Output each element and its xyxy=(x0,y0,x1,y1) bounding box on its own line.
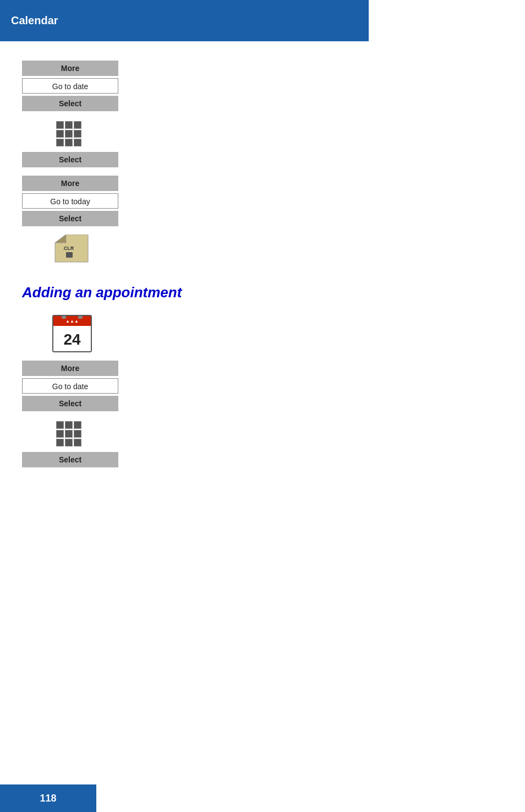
clr-icon-wrap: CLR xyxy=(50,235,105,268)
button-group-1: More Go to date Select xyxy=(22,61,503,111)
button-group-5: Select xyxy=(22,452,503,467)
keypad-cell xyxy=(65,421,73,429)
header-bar: Calendar xyxy=(0,0,369,41)
keypad-cell xyxy=(74,421,81,429)
page-number-area: 118 xyxy=(0,784,96,812)
select-button-3[interactable]: Select xyxy=(22,211,118,226)
select-button-1[interactable]: Select xyxy=(22,96,118,111)
keypad-cell xyxy=(74,121,81,129)
keypad-cell xyxy=(56,130,64,138)
calendar-ring-left xyxy=(62,315,66,319)
section-heading: Adding an appointment xyxy=(22,284,503,301)
keypad-cell xyxy=(65,139,73,146)
goto-date-button-2[interactable]: Go to date xyxy=(22,378,118,394)
goto-today-button[interactable]: Go to today xyxy=(22,193,118,209)
keypad-cell xyxy=(74,439,81,446)
keypad-cell xyxy=(56,139,64,146)
select-button-5[interactable]: Select xyxy=(22,452,118,467)
keypad-cell xyxy=(65,430,73,438)
keypad-cell xyxy=(65,130,73,138)
clr-icon: CLR xyxy=(50,235,94,265)
more-button-2[interactable]: More xyxy=(22,176,118,191)
button-group-4: More Go to date Select xyxy=(22,361,503,411)
keypad-cell xyxy=(65,121,73,129)
select-button-4[interactable]: Select xyxy=(22,396,118,411)
calendar-header: ▲▲▲ xyxy=(53,316,91,326)
svg-marker-1 xyxy=(55,235,66,243)
page-number: 118 xyxy=(40,793,56,804)
keypad-cell xyxy=(56,421,64,429)
calendar-icon-wrap: ▲▲▲ 24 xyxy=(52,315,503,352)
select-button-2[interactable]: Select xyxy=(22,152,118,167)
keypad-cell xyxy=(56,121,64,129)
page-title: Calendar xyxy=(11,14,58,27)
calendar-icon: ▲▲▲ 24 xyxy=(52,315,92,352)
keypad-cell xyxy=(56,430,64,438)
keypad-cell xyxy=(74,130,81,138)
calendar-body: 24 xyxy=(53,326,91,352)
content-area: More Go to date Select Select More Go to… xyxy=(0,41,525,478)
button-group-2: Select xyxy=(22,152,503,167)
svg-text:CLR: CLR xyxy=(64,246,74,251)
keypad-cell xyxy=(56,439,64,446)
more-button-1[interactable]: More xyxy=(22,61,118,76)
calendar-header-text: ▲▲▲ xyxy=(65,319,79,324)
calendar-ring-right xyxy=(78,315,83,319)
button-group-3: More Go to today Select xyxy=(22,176,503,226)
more-button-3[interactable]: More xyxy=(22,361,118,376)
svg-rect-3 xyxy=(66,252,73,258)
keypad-cell xyxy=(74,139,81,146)
keypad-icon-1 xyxy=(56,121,83,148)
keypad-icon-2 xyxy=(56,421,83,448)
calendar-number: 24 xyxy=(63,331,80,348)
goto-date-button-1[interactable]: Go to date xyxy=(22,78,118,94)
keypad-cell xyxy=(74,430,81,438)
keypad-cell xyxy=(65,439,73,446)
